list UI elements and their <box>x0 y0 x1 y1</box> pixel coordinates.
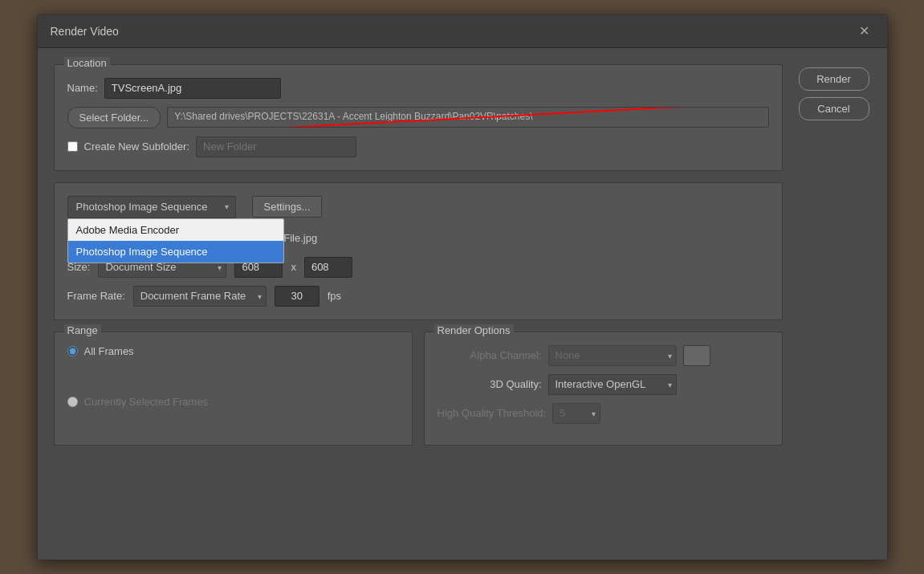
render-button[interactable]: Render <box>799 67 869 91</box>
close-button[interactable]: ✕ <box>854 23 874 39</box>
location-section: Location Name: Select Folder... Y:\Share… <box>54 64 783 171</box>
all-frames-radio[interactable] <box>67 346 78 356</box>
frame-rate-row: Frame Rate: Document Frame Rate fps <box>67 286 769 307</box>
threshold-select[interactable]: 5 <box>552 403 600 424</box>
select-folder-button[interactable]: Select Folder... <box>67 107 161 128</box>
selected-frames-label: Currently Selected Frames <box>84 396 209 408</box>
create-subfolder-label: Create New Subfolder: <box>84 140 190 153</box>
x-separator: x <box>291 261 296 273</box>
name-label: Name: <box>67 82 98 94</box>
all-frames-row: All Frames <box>67 345 399 357</box>
dropdown-option-ame[interactable]: Adobe Media Encoder <box>68 219 283 241</box>
subfolder-row: Create New Subfolder: <box>67 136 769 157</box>
side-buttons: Render Cancel <box>799 64 871 446</box>
export-section: Photoshop Image Sequence ▾ Adobe Media E… <box>54 182 783 320</box>
threshold-row: High Quality Threshold: 5 <box>438 403 769 424</box>
title-bar: Render Video ✕ <box>38 15 887 48</box>
range-section: Range All Frames Currently Selected Fram… <box>54 332 413 446</box>
size-height-input[interactable] <box>304 257 352 278</box>
cancel-button[interactable]: Cancel <box>799 97 869 120</box>
location-label: Location <box>64 57 110 69</box>
all-frames-label: All Frames <box>84 345 134 357</box>
alpha-channel-dropdown-wrapper: None <box>548 345 677 366</box>
threshold-dropdown-wrapper: 5 <box>552 403 600 424</box>
folder-path-display: Y:\Shared drives\PROJECTS\22631A - Accen… <box>167 107 768 128</box>
alpha-channel-label: Alpha Channel: <box>438 349 542 361</box>
export-type-trigger[interactable]: Photoshop Image Sequence ▾ <box>67 196 236 218</box>
alpha-color-swatch <box>683 345 710 366</box>
subfolder-input[interactable] <box>196 136 356 157</box>
folder-path-text: Y:\Shared drives\PROJECTS\22631A - Accen… <box>174 111 532 122</box>
main-content: Location Name: Select Folder... Y:\Share… <box>54 64 783 446</box>
bottom-sections: Range All Frames Currently Selected Fram… <box>54 332 783 446</box>
export-type-dropdown-wrapper: Photoshop Image Sequence ▾ Adobe Media E… <box>67 196 236 218</box>
quality-3d-dropdown-wrapper: Interactive OpenGL <box>548 374 677 395</box>
render-video-dialog: Render Video ✕ Location Name: Select Fol… <box>37 14 888 560</box>
frame-rate-select[interactable]: Document Frame Rate <box>133 286 267 307</box>
frame-rate-label: Frame Rate: <box>67 290 125 302</box>
name-row: Name: <box>67 78 769 99</box>
quality-3d-row: 3D Quality: Interactive OpenGL <box>438 374 769 395</box>
quality-3d-select[interactable]: Interactive OpenGL <box>548 374 677 395</box>
export-type-row: Photoshop Image Sequence ▾ Adobe Media E… <box>67 196 769 218</box>
dialog-title: Render Video <box>51 25 119 38</box>
range-label: Range <box>64 324 101 336</box>
name-input[interactable] <box>104 78 281 99</box>
render-options-section: Render Options Alpha Channel: None <box>424 332 783 446</box>
render-options-label: Render Options <box>434 324 514 336</box>
selected-frames-row: Currently Selected Frames <box>67 396 399 408</box>
dropdown-option-pis[interactable]: Photoshop Image Sequence <box>68 241 283 263</box>
alpha-channel-row: Alpha Channel: None <box>438 345 769 366</box>
dialog-body: Location Name: Select Folder... Y:\Share… <box>38 48 887 462</box>
alpha-channel-select[interactable]: None <box>548 345 677 366</box>
settings-button[interactable]: Settings... <box>252 196 323 218</box>
frame-rate-dropdown-wrapper: Document Frame Rate <box>133 286 267 307</box>
fps-label: fps <box>328 290 341 302</box>
export-type-value: Photoshop Image Sequence <box>76 201 208 213</box>
folder-row: Select Folder... Y:\Shared drives\PROJEC… <box>67 107 769 128</box>
quality-3d-label: 3D Quality: <box>438 378 542 390</box>
export-type-dropdown: Adobe Media Encoder Photoshop Image Sequ… <box>67 218 284 263</box>
dropdown-arrow-icon: ▾ <box>225 202 229 211</box>
frame-rate-value-input[interactable] <box>275 286 320 307</box>
create-subfolder-checkbox[interactable] <box>67 141 78 152</box>
selected-frames-radio[interactable] <box>67 397 78 407</box>
threshold-label: High Quality Threshold: <box>438 407 547 419</box>
